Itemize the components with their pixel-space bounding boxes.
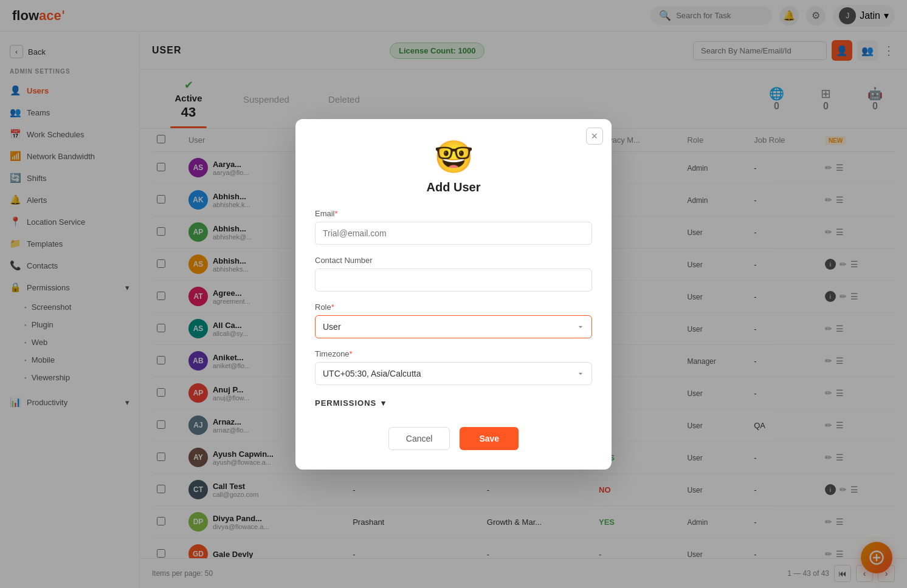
permissions-chevron-icon: ▾ <box>381 398 386 408</box>
role-label: Role* <box>315 303 592 312</box>
timezone-select[interactable]: UTC+05:30, Asia/Calcutta <box>315 362 592 385</box>
permissions-label: PERMISSIONS <box>315 398 376 408</box>
email-required: * <box>335 209 338 218</box>
timezone-form-group: Timezone* UTC+05:30, Asia/Calcutta <box>315 349 592 385</box>
role-select[interactable]: User Admin Manager <box>315 315 592 338</box>
role-required: * <box>331 303 334 312</box>
save-button[interactable]: Save <box>460 427 519 450</box>
email-input[interactable] <box>315 222 592 245</box>
add-user-modal: ✕ 🤓 Add User Email* Contact Number Role*… <box>295 119 612 470</box>
email-label: Email* <box>315 209 592 218</box>
contact-label: Contact Number <box>315 256 592 265</box>
modal-emoji: 🤓 <box>315 138 592 176</box>
timezone-required: * <box>350 349 353 358</box>
email-form-group: Email* <box>315 209 592 245</box>
modal-actions: Cancel Save <box>315 427 592 450</box>
role-form-group: Role* User Admin Manager <box>315 303 592 338</box>
contact-form-group: Contact Number <box>315 256 592 292</box>
contact-input[interactable] <box>315 268 592 292</box>
timezone-label: Timezone* <box>315 349 592 358</box>
cancel-button[interactable]: Cancel <box>388 427 450 450</box>
modal-title: Add User <box>315 180 592 194</box>
modal-overlay[interactable]: ✕ 🤓 Add User Email* Contact Number Role*… <box>0 0 907 588</box>
modal-close-button[interactable]: ✕ <box>586 128 603 145</box>
permissions-toggle[interactable]: PERMISSIONS ▾ <box>315 396 592 410</box>
